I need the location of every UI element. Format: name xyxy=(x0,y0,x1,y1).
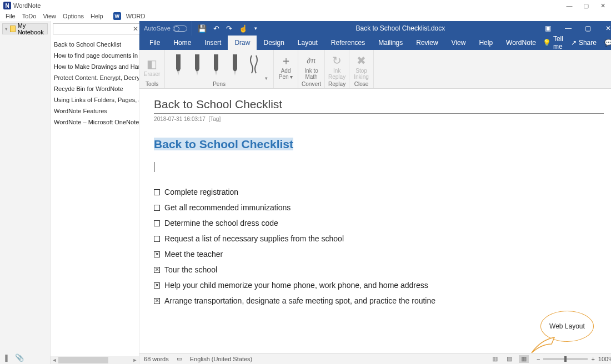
unchecked-box-icon[interactable] xyxy=(154,205,160,211)
unchecked-box-icon[interactable] xyxy=(154,189,160,195)
tab-design[interactable]: Design xyxy=(257,36,291,50)
autosave-label: AutoSave xyxy=(144,25,171,32)
checklist-item[interactable]: ✕Meet the teacher xyxy=(154,250,604,259)
word-count[interactable]: 68 words xyxy=(144,356,169,362)
web-layout-button[interactable]: ▦ xyxy=(519,355,529,363)
zoom-control[interactable]: − + 100% xyxy=(537,356,611,362)
convert-group-label: Convert xyxy=(298,81,324,88)
svg-marker-2 xyxy=(195,54,199,73)
note-item[interactable]: How to Make Drawings and Handwritin xyxy=(51,61,139,72)
checklist-item[interactable]: ✕Arrange transportation, designate a saf… xyxy=(154,296,604,305)
document-heading[interactable]: Back to School Checklist xyxy=(154,138,604,151)
autosave-toggle[interactable]: AutoSave xyxy=(139,25,192,32)
redo-icon[interactable]: ↷ xyxy=(226,24,232,33)
checklist-item[interactable]: Request a list of necessary supplies fro… xyxy=(154,234,604,243)
tab-help[interactable]: Help xyxy=(472,36,499,50)
pens-gallery[interactable]: ▾ xyxy=(165,50,273,81)
tab-draw[interactable]: Draw xyxy=(228,36,257,50)
checklist-item[interactable]: Complete registration xyxy=(154,188,604,196)
callout-text: Web Layout xyxy=(549,322,585,330)
spellcheck-icon[interactable]: ▭ xyxy=(177,355,182,362)
note-item[interactable]: Protect Content. Encrypt, Decrypt, W xyxy=(51,72,139,83)
note-item[interactable]: WordNote – Microsoft OneNote Altern xyxy=(51,117,139,128)
pen-4[interactable] xyxy=(227,54,243,79)
tab-review[interactable]: Review xyxy=(409,36,444,50)
checklist-item[interactable]: Determine the school dress code xyxy=(154,219,604,228)
qat-dropdown-icon[interactable]: ▾ xyxy=(254,26,257,31)
ribbon-display-button[interactable]: ▣ xyxy=(538,21,558,36)
eraser-button[interactable]: ◧ Eraser xyxy=(144,57,160,77)
maximize-button[interactable]: ▢ xyxy=(578,0,594,11)
note-item[interactable]: Back to School Checklist xyxy=(51,39,139,50)
share-button[interactable]: ↗ Share xyxy=(571,39,597,47)
checked-box-icon[interactable]: ✕ xyxy=(154,298,160,304)
note-item[interactable]: Recyde Bin for WordNote xyxy=(51,83,139,94)
checklist[interactable]: Complete registrationGet all recommended… xyxy=(154,188,604,305)
attachment-icon[interactable]: 📎 xyxy=(15,353,24,362)
close-button[interactable]: ✕ xyxy=(594,0,611,11)
checklist-item[interactable]: Get all recommended immunizations xyxy=(154,203,604,212)
scroll-left-icon[interactable]: ◄ xyxy=(51,357,58,363)
menu-todo[interactable]: ToDo xyxy=(19,13,40,19)
app-title: WordNote xyxy=(13,2,41,9)
search-input[interactable] xyxy=(53,23,142,34)
pen-2[interactable] xyxy=(189,54,205,79)
tab-file[interactable]: File xyxy=(143,36,167,50)
stop-inking-button[interactable]: ✖StopInking xyxy=(354,53,369,80)
unchecked-box-icon[interactable] xyxy=(154,220,160,226)
note-item[interactable]: WordNote Features xyxy=(51,105,139,117)
word-badge[interactable]: W WORD xyxy=(110,12,152,20)
word-close-button[interactable]: ✕ xyxy=(598,21,611,36)
ink-to-math-button[interactable]: ∂πInk toMath xyxy=(303,53,320,80)
touch-mode-icon[interactable]: ☝ xyxy=(239,24,248,33)
checked-box-icon[interactable]: ✕ xyxy=(154,251,160,257)
unchecked-box-icon[interactable] xyxy=(154,236,160,242)
minimize-button[interactable]: — xyxy=(561,0,578,11)
checklist-item[interactable]: ✕Tour the school xyxy=(154,265,604,274)
clear-search-icon[interactable]: ✕ xyxy=(133,25,138,33)
comments-icon[interactable]: 💬 xyxy=(604,39,611,47)
menu-file[interactable]: File xyxy=(2,13,19,19)
tab-mailings[interactable]: Mailings xyxy=(372,36,409,50)
pen-3[interactable] xyxy=(208,54,224,79)
zoom-slider[interactable] xyxy=(543,358,588,360)
zoom-level[interactable]: 100% xyxy=(598,356,611,362)
tab-wordnote[interactable]: WordNote xyxy=(499,36,543,50)
word-maximize-button[interactable]: ▢ xyxy=(578,21,598,36)
notes-h-scrollbar[interactable]: ◄ ► xyxy=(51,356,139,364)
word-minimize-button[interactable]: — xyxy=(558,21,578,36)
tell-me-search[interactable]: 💡 Tell me xyxy=(543,35,563,50)
menu-view[interactable]: View xyxy=(39,13,59,19)
notebook-header[interactable]: ▾ My Notebook xyxy=(2,23,48,34)
gallery-more-icon[interactable]: ▾ xyxy=(265,75,268,81)
note-item[interactable]: Using Links of Folders, Pages, and Par xyxy=(51,94,139,105)
tab-view[interactable]: View xyxy=(445,36,473,50)
tab-insert[interactable]: Insert xyxy=(198,36,228,50)
print-layout-button[interactable]: ▤ xyxy=(504,355,514,363)
page-meta: 2018-07-31 16:03:17 [Tag] xyxy=(154,116,604,122)
scroll-thumb[interactable] xyxy=(58,357,108,363)
note-item[interactable]: How to find page documents in Wordn xyxy=(51,50,139,61)
pen-5[interactable] xyxy=(246,54,262,79)
undo-icon[interactable]: ↶ xyxy=(213,24,219,33)
read-mode-button[interactable]: ▥ xyxy=(490,355,500,363)
checklist-item[interactable]: ✕Help your child memorize your home phon… xyxy=(154,281,604,290)
zoom-in-icon[interactable]: + xyxy=(591,356,594,362)
checked-box-icon[interactable]: ✕ xyxy=(154,282,160,289)
tab-layout[interactable]: Layout xyxy=(291,36,324,50)
page-title[interactable]: Back to School Checklist xyxy=(154,98,604,111)
save-icon[interactable]: 💾 xyxy=(198,24,207,33)
ink-replay-button[interactable]: ↻InkReplay xyxy=(328,53,345,80)
menu-help[interactable]: Help xyxy=(87,13,107,19)
plus-icon: ＋ xyxy=(281,53,292,68)
checked-box-icon[interactable]: ✕ xyxy=(154,267,160,273)
add-pen-button[interactable]: ＋Add Pen ▾ xyxy=(278,53,293,80)
language-status[interactable]: English (United States) xyxy=(190,356,253,362)
menu-options[interactable]: Options xyxy=(59,13,87,19)
zoom-out-icon[interactable]: − xyxy=(537,356,540,362)
pen-1[interactable] xyxy=(171,54,186,79)
scroll-right-icon[interactable]: ► xyxy=(131,357,139,363)
tab-references[interactable]: References xyxy=(324,36,372,50)
tab-home[interactable]: Home xyxy=(167,36,198,50)
bookmark-icon[interactable]: ❚ xyxy=(3,353,9,362)
